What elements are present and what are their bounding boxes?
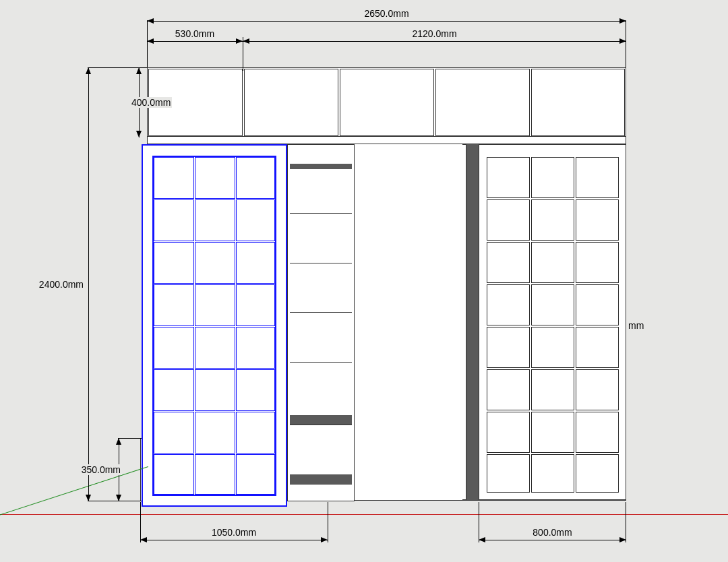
grid-cell [531,412,574,453]
sel-cell [154,157,194,199]
top-rail [147,136,626,144]
dim-2400: 2400.0mm [88,67,88,501]
sel-cell [236,327,275,369]
dim-label: 350.0mm [71,464,122,475]
mid-shelf [290,263,352,263]
grid-cell [531,327,574,368]
sel-cell [154,369,194,411]
grid-cell [576,157,619,198]
ext-line [626,20,626,67]
mid-shelf-edge [290,474,352,484]
mid-shelf [290,362,352,363]
top-door [531,69,625,136]
dim-label: 530.0mm [174,28,216,39]
mid-shelf [290,425,352,425]
dim-1050: 1050.0mm [140,539,328,540]
dim-400: 400.0mm [138,67,139,137]
sel-cell [195,157,235,199]
ext-line [479,502,479,542]
mid-shelf-edge [290,415,352,425]
sel-cell [154,284,194,326]
grid-cell [576,327,619,368]
grid-cell [487,327,530,368]
dim-label: 1050.0mm [210,527,257,538]
dim-label: 800.0mm [531,527,573,538]
sel-cell [236,157,275,199]
top-door [244,69,338,136]
top-door [435,69,530,136]
grid-cell [531,369,574,410]
grid-cell [487,454,530,493]
ground-line [0,514,728,515]
top-door [340,69,434,136]
mid-column [287,144,355,501]
sel-cell [154,454,194,495]
mid-shelf [290,312,352,313]
sel-cell [195,327,235,369]
sel-cell [154,327,194,369]
sel-cell [236,284,275,326]
mid-shelf [290,484,352,485]
sel-cell [154,242,194,284]
ext-line [140,502,141,542]
grid-cell [576,284,619,325]
dim-label: 2650.0mm [363,8,410,19]
dim-label: 400.0mm [130,97,172,108]
dim-2120: 2120.0mm [243,40,626,41]
ext-line [328,502,328,542]
grid-cell [576,412,619,453]
sel-cell [195,454,235,495]
ext-line [626,502,626,542]
sel-cell [154,199,194,241]
grid-cell [576,242,619,283]
ext-line [147,20,148,67]
ext-line [118,438,142,439]
door-jamb-face [462,144,466,500]
grid-cell [576,369,619,410]
grid-cell [487,199,530,241]
mid-shelf [290,213,352,214]
sel-cell [195,412,235,454]
sel-cell [236,412,275,454]
dim-350: 350.0mm [118,438,119,501]
sel-cell [195,242,235,284]
sel-cell [195,369,235,411]
stray-mm: mm [628,320,644,331]
grid-cell [487,157,530,198]
grid-cell [487,369,530,410]
dim-label: 2400.0mm [34,279,85,290]
sel-cell [195,199,235,241]
ext-line [88,501,142,501]
grid-cell [531,199,574,241]
sel-cell [154,412,194,454]
mid-shelf-edge [290,164,352,169]
dim-label: 2120.0mm [411,28,458,39]
sel-cell [195,284,235,326]
sel-cell [236,454,275,495]
grid-cell [487,284,530,325]
grid-cell [576,199,619,241]
grid-cell [487,412,530,453]
ext-line [243,37,243,71]
grid-cell [531,284,574,325]
grid-cell [576,454,619,493]
grid-cell [487,242,530,283]
grid-cell [531,242,574,283]
ext-line [88,67,147,68]
dim-530: 530.0mm [147,40,243,41]
sel-cell [236,242,275,284]
grid-cell [531,157,574,198]
grid-cell [531,454,574,493]
dim-800: 800.0mm [479,539,626,540]
sel-cell [236,369,275,411]
dim-total-width: 2650.0mm [147,20,626,21]
sel-cell [236,199,275,241]
